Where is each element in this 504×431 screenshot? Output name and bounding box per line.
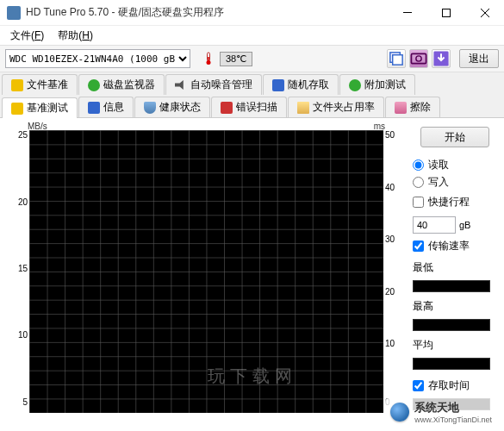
key-icon [11,103,23,115]
tab-label: 基准测试 [27,101,68,116]
content-area: MB/s 25 20 15 10 5 ms 50 40 30 20 10 0 开… [0,118,504,428]
tab-error-scan[interactable]: 错误扫描 [211,97,287,117]
tab-aam[interactable]: 自动噪音管理 [165,74,262,95]
avg-value [413,358,490,370]
titlebar: HD Tune Pro 5.70 - 硬盘/固态硬盘实用程序 [0,0,504,26]
tabs-row-2: 基准测试 信息 健康状态 错误扫描 文件夹占用率 擦除 [0,95,504,118]
tab-label: 随机存取 [288,78,329,92]
benchmark-chart: MB/s 25 20 15 10 5 ms 50 40 30 20 10 0 [5,123,404,428]
radio-read-label: 读取 [428,158,449,172]
y-left-tick: 15 [18,264,28,273]
y-right-tick: 10 [385,339,395,348]
window-title: HD Tune Pro 5.70 - 硬盘/固态硬盘实用程序 [26,5,388,20]
svg-rect-1 [442,9,450,16]
tab-erase[interactable]: 擦除 [385,97,440,117]
y-right-tick: 20 [385,286,395,296]
tabs-row-1: 文件基准 磁盘监视器 自动噪音管理 随机存取 附加测试 [0,72,504,95]
tab-random-access[interactable]: 随机存取 [263,74,339,95]
tab-info[interactable]: 信息 [78,97,134,117]
access-time-checkbox[interactable]: 存取时间 [413,378,497,393]
watermark-logo-icon [390,403,409,422]
transfer-rate-checkbox[interactable]: 传输速率 [413,239,497,253]
close-button[interactable] [465,0,504,26]
tab-label: 错误扫描 [236,100,277,115]
radio-write-input[interactable] [413,177,424,188]
random-icon [272,79,284,91]
avg-label: 平均 [413,338,497,353]
short-stroke-checkbox[interactable]: 快捷行程 [413,195,497,209]
y-left-tick: 20 [18,197,28,206]
app-icon [7,6,21,20]
radio-write-label: 写入 [428,175,449,190]
svg-point-8 [416,56,421,61]
min-value [413,280,490,292]
svg-rect-6 [393,55,402,65]
temperature-value: 38℃ [220,52,252,66]
tab-disk-monitor[interactable]: 磁盘监视器 [78,74,165,95]
tab-label: 信息 [103,100,124,115]
drive-select[interactable]: WDC WD10EZEX-21WN4A0 (1000 gB) [5,49,190,68]
watermark-url: www.XiTongTianDi.net [414,415,492,424]
y-right-tick: 40 [385,182,395,191]
tab-label: 附加测试 [364,78,406,92]
y-left-tick: 10 [18,330,28,340]
menu-file[interactable]: 文件(F) [3,27,51,45]
tab-benchmark[interactable]: 基准测试 [2,97,78,118]
max-label: 最高 [413,299,497,314]
tab-label: 健康状态 [159,100,201,115]
copy-icon[interactable] [387,49,406,68]
tab-label: 文件基准 [27,78,68,92]
max-value [413,319,490,331]
svg-rect-7 [411,53,426,63]
short-stroke-input[interactable] [413,197,424,208]
y-right-tick: 50 [385,130,395,140]
y-left-tick: 25 [18,130,28,140]
chart-grid [29,130,383,413]
watermark-name: 系统天地 [414,401,459,414]
svg-rect-4 [208,57,209,62]
y-axis-left: MB/s 25 20 15 10 5 [5,123,29,413]
start-button[interactable]: 开始 [420,127,489,147]
stroke-size-unit: gB [459,220,470,230]
watermark: 系统天地 www.XiTongTianDi.net [385,398,497,426]
access-time-label: 存取时间 [428,378,470,393]
y-axis-right: ms 50 40 30 20 10 0 [383,123,404,413]
menu-help[interactable]: 帮助(H) [51,27,100,45]
radio-read-input[interactable] [413,159,424,171]
tab-health[interactable]: 健康状态 [134,97,210,117]
access-time-input[interactable] [413,380,424,391]
tab-folder-usage[interactable]: 文件夹占用率 [288,97,384,117]
y-right-tick: 30 [385,234,395,244]
eraser-icon [395,102,407,114]
exit-button[interactable]: 退出 [459,49,499,68]
radio-read[interactable]: 读取 [413,158,497,172]
svg-rect-0 [403,12,412,13]
mode-radio-group: 读取 写入 [413,158,497,190]
tab-label: 磁盘监视器 [103,78,155,92]
stroke-size-row: gB [413,216,497,234]
stroke-size-input[interactable] [413,216,456,234]
key-icon [11,79,23,91]
tab-file-benchmark[interactable]: 文件基准 [2,74,78,95]
screenshot-icon[interactable] [409,49,428,68]
toolbar: WDC WD10EZEX-21WN4A0 (1000 gB) 38℃ 退出 [0,45,504,72]
save-icon[interactable] [432,49,451,68]
monitor-icon [88,79,100,91]
side-panel: 开始 读取 写入 快捷行程 gB 传输速率 最低 最高 平均 存取时间 [404,123,499,428]
min-label: 最低 [413,260,497,275]
maximize-button[interactable] [426,0,465,26]
tab-extra-tests[interactable]: 附加测试 [339,74,415,95]
y-right-unit: ms [374,122,385,131]
y-left-tick: 5 [22,397,28,406]
short-stroke-label: 快捷行程 [428,195,470,209]
speaker-icon [175,79,187,91]
radio-write[interactable]: 写入 [413,175,497,190]
tab-label: 擦除 [410,100,431,115]
transfer-rate-input[interactable] [413,240,424,252]
transfer-rate-label: 传输速率 [428,239,470,253]
extra-icon [349,79,361,91]
thermometer-icon [202,52,215,66]
menubar: 文件(F) 帮助(H) [0,26,504,45]
tab-label: 文件夹占用率 [313,100,375,115]
minimize-button[interactable] [388,0,426,26]
